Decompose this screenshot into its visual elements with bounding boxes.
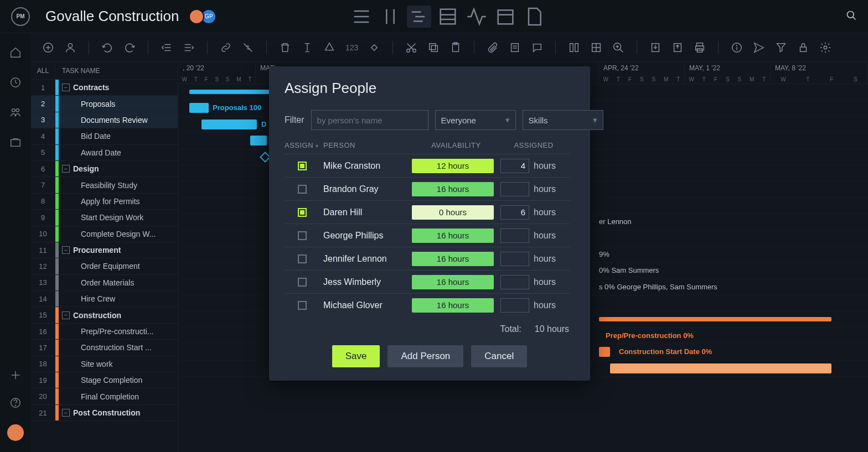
gantt-bar[interactable] [189, 103, 209, 113]
view-board-icon[interactable] [378, 6, 402, 28]
gantt-bar[interactable] [189, 90, 272, 94]
filter-skills-select[interactable]: Skills [523, 110, 603, 130]
import-icon[interactable] [649, 41, 662, 54]
col-assign[interactable]: ASSIGN [285, 141, 323, 149]
assigned-hours-input[interactable] [500, 205, 529, 220]
task-row[interactable]: 1−Contracts [31, 80, 178, 96]
assigned-hours-input[interactable] [500, 182, 529, 196]
undo-icon[interactable] [101, 41, 113, 54]
task-row[interactable]: 10Complete Design W... [31, 226, 178, 242]
app-logo[interactable]: PM [11, 7, 30, 26]
assigned-hours-input[interactable] [500, 298, 529, 313]
task-row[interactable]: 16Prep/Pre-constructi... [31, 324, 178, 340]
task-row[interactable]: 17Construction Start ... [31, 340, 178, 356]
task-row[interactable]: 21−Post Construction [31, 405, 178, 421]
assigned-hours-input[interactable] [500, 228, 529, 243]
collapse-toggle-icon[interactable]: − [62, 246, 70, 254]
milestone-icon[interactable] [368, 41, 380, 54]
filter-icon[interactable] [775, 41, 787, 54]
zoom-icon[interactable] [612, 41, 624, 54]
home-icon[interactable] [9, 46, 22, 59]
assign-checkbox[interactable] [298, 301, 307, 310]
unlink-icon[interactable] [242, 41, 254, 54]
attachment-icon[interactable] [487, 41, 499, 54]
copy-icon[interactable] [427, 41, 440, 54]
assign-checkbox[interactable] [298, 231, 307, 240]
task-row[interactable]: 3Documents Review [31, 112, 178, 128]
user-avatar[interactable] [7, 424, 24, 441]
indent-icon[interactable] [183, 41, 195, 54]
collapse-toggle-icon[interactable]: − [62, 311, 70, 319]
col-assigned[interactable]: ASSIGNED [500, 141, 567, 149]
task-row[interactable]: 14Hire Crew [31, 291, 178, 307]
view-file-icon[interactable] [522, 6, 546, 28]
task-row[interactable]: 19Stage Completion [31, 372, 178, 388]
redo-icon[interactable] [123, 41, 136, 54]
view-list-icon[interactable] [349, 6, 374, 28]
assign-checkbox[interactable] [298, 162, 307, 170]
gantt-bar[interactable] [202, 120, 257, 129]
collapse-toggle-icon[interactable]: − [62, 409, 70, 417]
task-row[interactable]: 15−Construction [31, 307, 178, 323]
delete-icon[interactable] [279, 41, 291, 54]
link-icon[interactable] [220, 41, 232, 54]
avatar-group[interactable]: GP [189, 9, 216, 24]
help-icon[interactable] [9, 397, 22, 409]
col-all[interactable]: ALL [31, 64, 55, 78]
filter-scope-select[interactable]: Everyone [435, 110, 516, 130]
collapse-toggle-icon[interactable]: − [62, 165, 70, 173]
task-row[interactable]: 8Apply for Permits [31, 194, 178, 210]
task-row[interactable]: 11−Procurement [31, 242, 178, 258]
people-table-body[interactable]: Mike Cranston12 hourshoursBrandon Gray16… [285, 154, 575, 316]
paste-icon[interactable] [450, 41, 462, 54]
view-gantt-icon[interactable] [407, 6, 431, 28]
comment-icon[interactable] [531, 41, 543, 54]
info-icon[interactable] [731, 41, 743, 54]
assign-checkbox[interactable] [298, 185, 307, 194]
assign-checkbox[interactable] [298, 208, 307, 217]
add-icon[interactable] [9, 369, 22, 381]
task-row[interactable]: 18Site work [31, 356, 178, 372]
lock-icon[interactable] [797, 41, 809, 54]
notes-icon[interactable] [509, 41, 521, 54]
assigned-hours-input[interactable] [500, 159, 529, 173]
gantt-bar[interactable] [250, 136, 267, 146]
task-row[interactable]: 6−Design [31, 161, 178, 177]
assigned-hours-input[interactable] [500, 252, 529, 266]
col-availability[interactable]: AVAILABILITY [412, 141, 500, 149]
grid-icon[interactable] [590, 41, 602, 54]
task-row[interactable]: 2Proposals [31, 96, 178, 112]
gantt-bar[interactable] [599, 317, 831, 321]
avatar-user-1[interactable] [189, 9, 204, 24]
assign-checkbox[interactable] [298, 278, 307, 287]
task-row[interactable]: 20Final Completion [31, 388, 178, 404]
task-row[interactable]: 12Order Equipment [31, 258, 178, 274]
assign-icon[interactable] [64, 41, 76, 54]
add-task-icon[interactable] [42, 41, 54, 54]
view-calendar-icon[interactable] [493, 6, 518, 28]
columns-icon[interactable] [568, 41, 580, 54]
cut-icon[interactable] [405, 41, 417, 54]
outdent-icon[interactable] [161, 41, 173, 54]
view-sheet-icon[interactable] [436, 6, 460, 28]
add-person-button[interactable]: Add Person [388, 345, 463, 367]
view-activity-icon[interactable] [464, 6, 489, 28]
gantt-bar[interactable] [599, 347, 610, 357]
gantt-bar[interactable] [610, 363, 831, 373]
collapse-toggle-icon[interactable]: − [62, 84, 70, 91]
search-icon[interactable] [846, 10, 857, 23]
assign-checkbox[interactable] [298, 254, 307, 263]
print-icon[interactable] [694, 41, 706, 54]
send-icon[interactable] [753, 41, 765, 54]
settings-icon[interactable] [819, 41, 831, 54]
export-icon[interactable] [671, 41, 684, 54]
col-task-name[interactable]: TASK NAME [55, 67, 100, 75]
color-icon[interactable] [323, 41, 335, 54]
task-row[interactable]: 13Order Materials [31, 275, 178, 291]
portfolio-icon[interactable] [9, 136, 22, 148]
assigned-hours-input[interactable] [500, 275, 529, 289]
recent-icon[interactable] [9, 76, 22, 89]
filter-name-input[interactable] [311, 110, 428, 130]
team-icon[interactable] [9, 106, 22, 118]
task-row[interactable]: 7Feasibility Study [31, 177, 178, 193]
